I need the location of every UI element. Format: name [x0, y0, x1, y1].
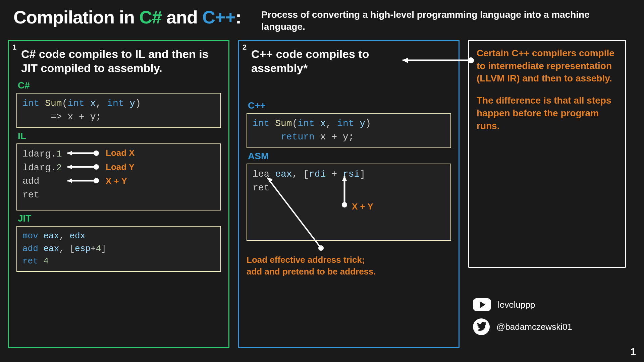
- tok: , [: [59, 244, 75, 254]
- panel-number-1: 1: [12, 43, 16, 52]
- tok: ]: [101, 244, 106, 254]
- label-asm: ASM: [248, 151, 451, 162]
- tok: y: [124, 98, 136, 109]
- tok: => x + y;: [22, 112, 101, 122]
- tok: [253, 132, 281, 142]
- tok: eax: [275, 169, 292, 179]
- tok: eax: [43, 231, 59, 241]
- tok: x + y;: [315, 132, 354, 142]
- svg-line-12: [267, 178, 321, 248]
- header: Compilation in C# and C++: Process of co…: [0, 0, 644, 37]
- panel-cpp: 2 C++ code compiles to assembly* C++ int…: [238, 40, 460, 348]
- tok: ret: [22, 256, 43, 266]
- tok: 2: [56, 163, 62, 173]
- tok: x: [315, 118, 326, 129]
- arrow-icon: [67, 152, 101, 155]
- svg-marker-7: [67, 178, 72, 183]
- tok: mov: [22, 231, 43, 241]
- page-number: 1: [630, 346, 636, 357]
- code-il: ldarg.1 ldarg.2 add ret Load X Load Y X …: [16, 143, 221, 210]
- tok: int: [22, 98, 39, 109]
- tok: lea: [253, 169, 275, 179]
- twitter-handle: @badamczewski01: [496, 322, 572, 332]
- tok: ret: [253, 183, 269, 193]
- subtitle: Process of converting a high-level progr…: [261, 7, 631, 33]
- tok: (: [292, 118, 298, 129]
- social-twitter[interactable]: @badamczewski01: [473, 318, 572, 335]
- twitter-icon: [473, 318, 490, 335]
- note-p1a: Certain C++ compilers compile to interme…: [477, 48, 614, 71]
- tok: ,: [59, 231, 69, 241]
- tok: ): [365, 118, 371, 129]
- annot-load-y: Load Y: [106, 161, 135, 174]
- panel-csharp: 1 C# code compiles to IL and then is JIT…: [8, 40, 229, 348]
- tok: edx: [69, 231, 85, 241]
- code-csharp: int Sum(int x, int y) => x + y;: [16, 93, 221, 128]
- social-youtube[interactable]: leveluppp: [473, 298, 572, 311]
- tok: int: [337, 118, 354, 129]
- svg-point-14: [318, 245, 324, 251]
- note-p1: Certain C++ compilers compile to interme…: [477, 47, 618, 85]
- title-and: and: [162, 7, 202, 27]
- tok: +: [91, 244, 96, 254]
- tok: eax: [43, 244, 59, 254]
- annot-load-x: Load X: [106, 147, 135, 160]
- page-title: Compilation in C# and C++:: [13, 7, 241, 27]
- arrow-icon: [267, 178, 341, 255]
- code-cpp: int Sum(int x, int y) return x + y;: [247, 113, 451, 148]
- callout-lea: Load effective address trick; add and pr…: [247, 254, 451, 278]
- svg-marker-4: [67, 165, 72, 169]
- tok: ldarg.: [22, 149, 56, 159]
- svg-point-8: [94, 178, 99, 183]
- label-cpp: C++: [248, 100, 451, 111]
- youtube-icon: [473, 298, 491, 311]
- panel-cpp-heading: C++ code compiles to assembly*: [247, 47, 451, 75]
- tok: int: [67, 98, 84, 109]
- panel-number-2: 2: [243, 43, 247, 52]
- title-colon: :: [235, 7, 241, 27]
- svg-point-11: [342, 202, 347, 207]
- title-csharp: C#: [139, 7, 162, 27]
- tok: add: [22, 244, 43, 254]
- tok: 1: [56, 149, 62, 159]
- tok: 4: [43, 256, 49, 266]
- tok: y: [354, 118, 366, 129]
- annot-xpy-cpp: X + Y: [352, 200, 373, 213]
- tok: 4: [96, 244, 101, 254]
- note-p2: The difference is that all steps happen …: [477, 94, 618, 132]
- tok: Sum: [269, 118, 292, 129]
- svg-marker-1: [67, 151, 72, 156]
- tok: Sum: [39, 98, 62, 109]
- tok: int: [253, 118, 269, 129]
- note-p1b: (LLVM IR) and then to assebly.: [477, 73, 612, 83]
- tok: int: [107, 98, 124, 109]
- panel-note: Certain C++ compilers compile to interme…: [468, 40, 626, 268]
- panel-csharp-heading: C# code compiles to IL and then is JIT c…: [16, 47, 221, 75]
- tok: ,: [96, 98, 107, 109]
- arrow-icon: [341, 176, 348, 209]
- tok: int: [298, 118, 314, 129]
- tok: ldarg.: [22, 163, 56, 173]
- label-csharp: C#: [18, 80, 221, 91]
- tok: rsi: [343, 169, 360, 179]
- tok: , [: [292, 169, 309, 179]
- tok: (: [62, 98, 68, 109]
- tok: ): [135, 98, 141, 109]
- tok: ret: [22, 190, 39, 200]
- arrow-icon: [67, 179, 101, 182]
- svg-point-2: [94, 150, 99, 156]
- label-il: IL: [18, 131, 221, 141]
- svg-point-5: [94, 164, 99, 170]
- socials: leveluppp @badamczewski01: [473, 298, 572, 343]
- tok: rdi: [309, 169, 326, 179]
- tok: x: [85, 98, 96, 109]
- youtube-handle: leveluppp: [498, 300, 535, 310]
- title-prefix: Compilation in: [13, 7, 139, 27]
- tok: ]: [360, 169, 365, 179]
- code-asm: lea eax, [rdi + rsi] ret X + Y: [247, 164, 451, 241]
- tok: esp: [75, 244, 91, 254]
- code-jit: mov eax, edx add eax, [esp+4] ret 4: [16, 226, 221, 272]
- tok: +: [326, 169, 342, 179]
- panel-cpp-heading-text: C++ code compiles to assembly*: [251, 48, 369, 75]
- tok: return: [281, 132, 315, 142]
